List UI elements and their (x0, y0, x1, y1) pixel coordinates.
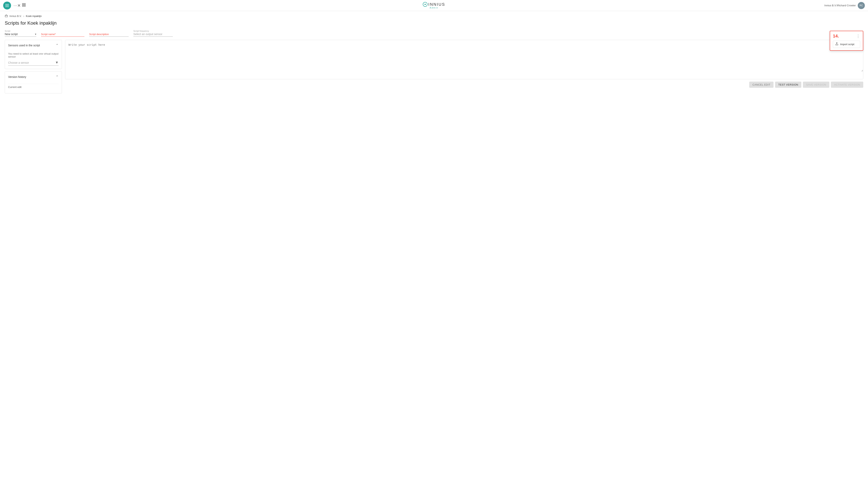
hamburger-icon (5, 4, 9, 7)
breadcrumb-current: Koek inpaklijn (26, 14, 42, 18)
import-script-label: Import script (840, 43, 855, 46)
right-panel: Cancel edit Test version Save version Ac… (65, 40, 863, 88)
script-desc-wrapper[interactable] (89, 33, 129, 37)
script-name-field (41, 33, 85, 37)
script-name-wrapper[interactable] (41, 33, 85, 37)
save-version-button[interactable]: Save version (803, 82, 829, 88)
avatar[interactable]: RC (858, 2, 865, 9)
header-right: Innius B.V.\Richard Crowter RC (825, 2, 865, 9)
breadcrumb-separator: › (23, 14, 24, 18)
menu-button[interactable] (3, 2, 11, 9)
grid-icon[interactable]: ⋯✕ (13, 3, 26, 8)
test-version-button[interactable]: Test version (775, 82, 801, 88)
svg-rect-3 (24, 5, 25, 6)
svg-rect-0 (22, 4, 24, 5)
version-history-card: Version history ⌃ Current edit (5, 71, 62, 94)
popup-header: 14. ⋮ (833, 34, 860, 39)
sensors-card-body: You need to select at least one virtual … (5, 51, 62, 69)
logo-icon (423, 2, 428, 7)
script-description-field (89, 33, 129, 37)
sensors-warning-text: You need to select at least one virtual … (8, 52, 59, 58)
avatar-initials: RC (860, 4, 863, 7)
sensor-select-label: Choose a sensor (8, 61, 55, 64)
script-field-label: Script (5, 30, 36, 32)
svg-rect-2 (22, 5, 24, 6)
script-name-input[interactable] (41, 33, 85, 36)
app-subtitle: Admin (430, 7, 438, 9)
sensors-card-header[interactable]: Sensors used in the script ⌃ (5, 40, 62, 51)
script-editor-card (65, 40, 863, 79)
main-content: Script New script ▾ Script frequency Sel… (0, 30, 868, 94)
script-dropdown-value: New script (5, 33, 35, 36)
action-buttons: Cancel edit Test version Save version Ac… (65, 82, 863, 88)
app-logo: INNIUS (423, 2, 445, 7)
version-history-body: Current edit (5, 82, 62, 93)
popup-number: 14. (833, 34, 839, 39)
script-freq-wrapper[interactable]: Select an output sensor (133, 33, 173, 37)
user-display-name: Innius B.V.\Richard Crowter (825, 4, 856, 7)
script-freq-value: Select an output sensor (133, 33, 173, 36)
activate-version-button[interactable]: Activate version (831, 82, 863, 88)
breadcrumb: Innius B.V. › Koek inpaklijn (0, 11, 868, 20)
dropdown-arrow-icon[interactable]: ▾ (35, 33, 36, 36)
script-editor-textarea[interactable] (65, 40, 863, 72)
script-description-input[interactable] (89, 33, 129, 36)
svg-rect-5 (5, 15, 7, 17)
svg-rect-1 (24, 4, 25, 5)
logo-area: INNIUS Admin (423, 2, 445, 9)
version-collapse-icon[interactable]: ⌃ (56, 75, 59, 79)
version-current-edit: Current edit (8, 84, 59, 90)
import-popup: 14. ⋮ Import script (830, 31, 863, 51)
sensor-select-wrapper[interactable]: Choose a sensor ▼ (8, 61, 59, 66)
sensors-card: Sensors used in the script ⌃ You need to… (5, 40, 62, 69)
header-left: ⋯✕ (3, 2, 26, 9)
building-icon (5, 14, 8, 18)
cancel-edit-button[interactable]: Cancel edit (749, 82, 774, 88)
form-row: Script New script ▾ Script frequency Sel… (5, 30, 863, 37)
left-panel: Sensors used in the script ⌃ You need to… (5, 40, 62, 94)
script-freq-label: Script frequency (133, 30, 173, 32)
version-history-header[interactable]: Version history ⌃ (5, 72, 62, 82)
sensors-collapse-icon[interactable]: ⌃ (56, 43, 59, 47)
upload-icon (835, 42, 839, 46)
script-dropdown-field: Script New script ▾ (5, 30, 36, 37)
more-options-icon[interactable]: ⋮ (856, 34, 860, 38)
import-script-button[interactable]: Import script (833, 41, 860, 48)
sensors-card-title: Sensors used in the script (8, 44, 40, 47)
sensor-dropdown-arrow-icon[interactable]: ▼ (55, 61, 59, 65)
panels-row: Sensors used in the script ⌃ You need to… (5, 40, 863, 94)
script-dropdown-wrapper[interactable]: New script ▾ (5, 33, 36, 37)
page-title: Scripts for Koek inpaklijn (0, 20, 868, 30)
app-header: ⋯✕ INNIUS Admin Innius B.V.\Richard Crow… (0, 0, 868, 11)
app-name: INNIUS (428, 2, 445, 7)
breadcrumb-company[interactable]: Innius B.V. (9, 14, 22, 18)
version-history-title: Version history (8, 75, 26, 78)
script-frequency-field: Script frequency Select an output sensor (133, 30, 173, 37)
